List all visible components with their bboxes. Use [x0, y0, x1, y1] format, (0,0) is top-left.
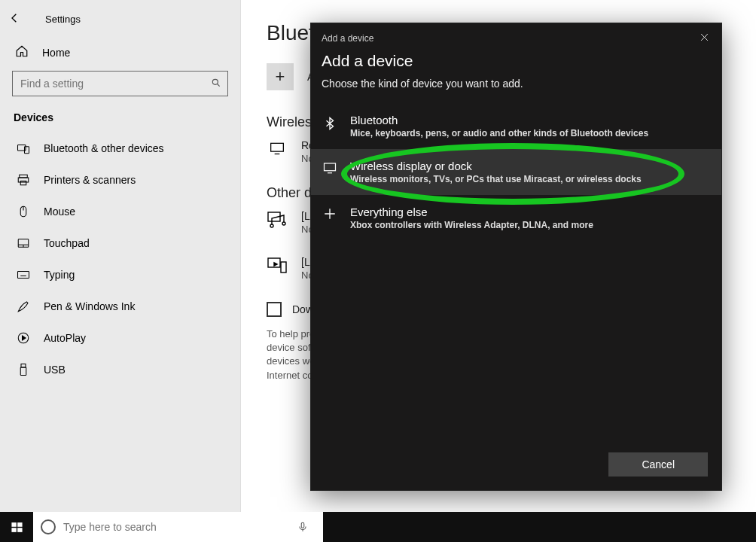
sidebar-nav: Bluetooth & other devices Printers & sca…: [0, 131, 240, 385]
app-name: Settings: [45, 14, 81, 25]
sidebar-item-mouse[interactable]: Mouse: [0, 196, 240, 227]
nav-label: Bluetooth & other devices: [44, 142, 164, 154]
svg-point-0: [212, 79, 218, 84]
taskbar-search[interactable]: [33, 512, 323, 542]
sidebar-home[interactable]: Home: [0, 31, 240, 71]
nav-label: Printers & scanners: [44, 174, 136, 186]
option-subtitle: Mice, keyboards, pens, or audio and othe…: [350, 128, 648, 139]
option-subtitle: Wireless monitors, TVs, or PCs that use …: [350, 174, 642, 184]
svg-rect-32: [17, 528, 22, 532]
taskbar: [0, 512, 756, 542]
usb-icon: [17, 363, 30, 376]
autoplay-icon: [17, 331, 30, 345]
bluetooth-icon: [322, 114, 338, 132]
nav-label: Mouse: [44, 206, 75, 218]
nav-label: AutoPlay: [44, 332, 86, 344]
svg-rect-5: [20, 181, 26, 185]
svg-rect-11: [18, 272, 29, 279]
svg-rect-31: [11, 528, 16, 532]
pen-icon: [17, 300, 30, 313]
dialog-option-wireless-display[interactable]: Wireless display or dock Wireless monito…: [311, 149, 721, 195]
printer-icon: [17, 173, 30, 187]
mouse-icon: [17, 205, 30, 218]
nav-label: Pen & Windows Ink: [44, 300, 135, 312]
plus-icon[interactable]: +: [267, 63, 294, 90]
back-icon[interactable]: [9, 12, 21, 26]
home-label: Home: [42, 47, 70, 59]
monitor-icon: [322, 160, 338, 175]
start-button[interactable]: [0, 512, 33, 542]
option-title: Bluetooth: [350, 114, 648, 126]
nav-label: Typing: [44, 269, 75, 281]
svg-rect-30: [17, 522, 22, 527]
sidebar-item-autoplay[interactable]: AutoPlay: [0, 322, 240, 354]
cortana-icon: [41, 519, 56, 534]
sidebar-search-input[interactable]: [19, 77, 211, 90]
svg-rect-20: [271, 143, 284, 151]
svg-rect-26: [281, 262, 286, 273]
option-title: Everything else: [350, 206, 593, 218]
svg-rect-4: [18, 178, 29, 182]
devices-icon: [17, 142, 30, 155]
sidebar-search[interactable]: [12, 71, 228, 96]
svg-rect-27: [325, 163, 336, 171]
media-device-icon: [267, 256, 288, 274]
plus-icon: [322, 206, 338, 221]
svg-rect-29: [11, 522, 16, 527]
sidebar-item-bluetooth[interactable]: Bluetooth & other devices: [0, 132, 240, 164]
svg-point-23: [270, 224, 273, 227]
svg-rect-33: [301, 522, 304, 528]
keyboard-icon: [17, 268, 30, 282]
dialog-option-everything-else[interactable]: Everything else Xbox controllers with Wi…: [311, 195, 721, 241]
sidebar-item-touchpad[interactable]: Touchpad: [0, 227, 240, 259]
add-device-dialog: Add a device Add a device Choose the kin…: [310, 23, 722, 491]
microphone-icon[interactable]: [290, 520, 316, 534]
search-icon: [211, 78, 221, 90]
media-device-icon: [267, 210, 288, 228]
svg-point-24: [282, 222, 285, 225]
dialog-caption: Add a device: [322, 33, 373, 44]
touchpad-icon: [17, 236, 30, 250]
dialog-option-bluetooth[interactable]: Bluetooth Mice, keyboards, pens, or audi…: [311, 103, 721, 149]
sidebar: Settings Home Devices Bluetooth & other …: [0, 0, 241, 512]
nav-label: USB: [44, 364, 66, 376]
windows-icon: [11, 521, 23, 534]
sidebar-category: Devices: [0, 111, 240, 131]
close-icon[interactable]: [700, 32, 709, 44]
home-icon: [15, 44, 29, 60]
svg-rect-18: [21, 364, 26, 368]
sidebar-item-usb[interactable]: USB: [0, 354, 240, 385]
svg-rect-19: [20, 367, 26, 376]
dialog-subtitle: Choose the kind of device you want to ad…: [311, 75, 721, 103]
monitor-icon: [267, 139, 288, 156]
option-subtitle: Xbox controllers with Wireless Adapter, …: [350, 220, 593, 230]
checkbox-icon[interactable]: [267, 302, 282, 317]
svg-rect-2: [25, 147, 29, 154]
sidebar-item-printers[interactable]: Printers & scanners: [0, 164, 240, 196]
dialog-title: Add a device: [311, 47, 721, 75]
svg-rect-3: [20, 175, 28, 178]
option-title: Wireless display or dock: [350, 160, 642, 172]
sidebar-item-pen[interactable]: Pen & Windows Ink: [0, 291, 240, 322]
nav-label: Touchpad: [44, 237, 90, 249]
sidebar-item-typing[interactable]: Typing: [0, 259, 240, 291]
settings-window: Settings Home Devices Bluetooth & other …: [0, 0, 756, 512]
taskbar-search-input[interactable]: [62, 520, 284, 534]
cancel-button[interactable]: Cancel: [608, 452, 708, 477]
